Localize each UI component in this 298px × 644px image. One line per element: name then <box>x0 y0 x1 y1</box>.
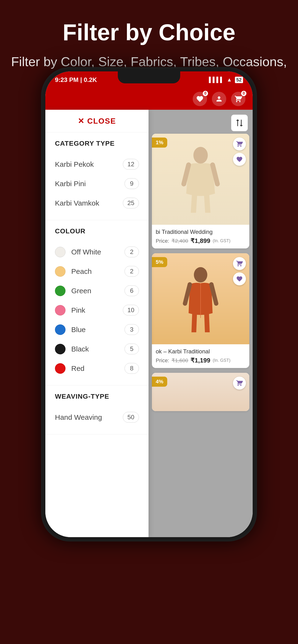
product-image-3: 4% <box>152 373 249 411</box>
pink-count: 10 <box>123 305 139 316</box>
product-name-1: bi Traditional Wedding <box>156 228 245 235</box>
cart-button[interactable]: 0 <box>231 92 245 106</box>
product-image-1: 1% <box>152 134 249 225</box>
add-to-cart-button-3[interactable] <box>233 376 246 390</box>
peach-dot <box>55 266 66 277</box>
blue-dot <box>55 324 66 335</box>
weaving-type-section: WEAVING-TYPE Hand Weaving 50 <box>45 386 148 434</box>
off-white-dot <box>55 247 66 257</box>
red-count: 8 <box>124 363 139 374</box>
off-white-item-left: Off White <box>55 247 101 257</box>
wishlist-button-2[interactable] <box>233 272 246 285</box>
sort-button[interactable] <box>231 114 248 131</box>
gst-label-1: (In. GST) <box>213 238 230 244</box>
product-info-2: ok – Karbi Traditional Price: ₹1,600 ₹1,… <box>152 344 249 368</box>
category-karbi-pekok: Karbi Pekok <box>55 160 94 168</box>
list-item[interactable]: Black 5 <box>55 339 139 359</box>
pink-label: Pink <box>71 306 85 314</box>
card-actions-3 <box>233 376 246 390</box>
add-to-cart-button-2[interactable] <box>233 257 246 270</box>
filter-panel: ✕ CLOSE CATEGORY TYPE Karbi Pekok 12 Kar… <box>45 110 148 537</box>
karbi-vamkok-count: 25 <box>123 198 139 208</box>
category-karbi-pini: Karbi Pini <box>55 180 86 188</box>
hand-weaving-count: 50 <box>123 412 139 422</box>
add-to-cart-button-1[interactable] <box>233 138 246 150</box>
black-label: Black <box>71 345 89 353</box>
product-price-1: Price: ₹2,400 ₹1,899 (In. GST) <box>156 237 245 244</box>
blue-item-left: Blue <box>55 324 86 335</box>
discount-badge-1: 1% <box>152 138 167 148</box>
blue-count: 3 <box>124 324 139 335</box>
close-x-icon: ✕ <box>78 116 85 126</box>
discounted-price-1: ₹1,899 <box>191 237 210 244</box>
heart-icon <box>236 156 243 163</box>
heart-icon <box>196 95 204 103</box>
category-type-title: CATEGORY TYPE <box>55 140 139 147</box>
original-price-1: ₹2,400 <box>172 238 188 244</box>
list-item[interactable]: Karbi Pekok 12 <box>55 154 139 174</box>
peach-count: 2 <box>124 266 139 277</box>
gst-label-2: (In. GST) <box>213 358 230 363</box>
status-indicators: ▌▌▌▌ ▲ 52 <box>209 77 243 83</box>
list-item[interactable]: Karbi Vamkok 25 <box>55 193 139 213</box>
notch <box>118 72 180 84</box>
profile-button[interactable] <box>212 92 226 106</box>
list-item[interactable]: Karbi Pini 9 <box>55 174 139 193</box>
black-count: 5 <box>124 344 139 354</box>
list-item[interactable]: Hand Weaving 50 <box>55 408 139 427</box>
main-content: ✕ CLOSE CATEGORY TYPE Karbi Pekok 12 Kar… <box>45 110 253 537</box>
karbi-pekok-count: 12 <box>123 159 139 170</box>
off-white-label: Off White <box>71 248 101 256</box>
red-item-left: Red <box>55 363 84 374</box>
wishlist-button[interactable]: 0 <box>193 92 207 106</box>
product-price-2: Price: ₹1,600 ₹1,199 (In. GST) <box>156 357 245 364</box>
signal-icon: ▌▌▌▌ <box>209 77 224 83</box>
discounted-price-2: ₹1,199 <box>191 357 210 364</box>
price-label-1: Price: <box>156 238 169 244</box>
colour-title: COLOUR <box>55 227 139 235</box>
page-title: Filter by Choice <box>0 19 298 46</box>
karbi-pini-count: 9 <box>124 178 139 189</box>
list-item[interactable]: Red 8 <box>55 359 139 378</box>
table-row[interactable]: 1% <box>152 134 249 248</box>
card-actions-1 <box>233 138 246 166</box>
list-item[interactable]: Off White 2 <box>55 242 139 262</box>
list-item[interactable]: Blue 3 <box>55 320 139 339</box>
heart-icon <box>236 276 243 282</box>
price-label-2: Price: <box>156 358 169 364</box>
black-dot <box>55 344 66 354</box>
red-label: Red <box>71 364 84 372</box>
card-actions-2 <box>233 257 246 285</box>
weaving-type-title: WEAVING-TYPE <box>55 393 139 400</box>
phone-frame: 9:23 PM | 0.2K ▌▌▌▌ ▲ 52 0 <box>41 67 257 542</box>
wishlist-button-1[interactable] <box>233 153 246 166</box>
pink-item-left: Pink <box>55 305 85 316</box>
list-item[interactable]: Pink 10 <box>55 300 139 320</box>
green-item-left: Green <box>55 286 91 296</box>
app-header: 0 0 <box>45 88 253 110</box>
original-price-2: ₹1,600 <box>172 358 188 364</box>
close-button[interactable]: ✕ CLOSE <box>45 110 148 132</box>
list-item[interactable]: Peach 2 <box>55 262 139 281</box>
green-dot <box>55 286 66 296</box>
red-dot <box>55 363 66 374</box>
status-time: 9:23 PM | 0.2K <box>55 76 97 84</box>
product-info-1: bi Traditional Wedding Price: ₹2,400 ₹1,… <box>152 225 249 248</box>
category-karbi-vamkok: Karbi Vamkok <box>55 199 99 207</box>
pink-dot <box>55 305 66 316</box>
list-item[interactable]: Green 6 <box>55 281 139 300</box>
cart-icon <box>236 380 243 386</box>
cart-icon <box>236 141 243 147</box>
colour-section: COLOUR Off White 2 Peach 2 <box>45 220 148 386</box>
hand-weaving-label: Hand Weaving <box>55 413 102 422</box>
product-image-2: 5% <box>152 253 249 344</box>
table-row[interactable]: 5% <box>152 253 249 368</box>
cart-icon <box>234 95 242 103</box>
svg-point-1 <box>194 267 207 282</box>
wifi-icon: ▲ <box>227 77 232 83</box>
profile-icon <box>215 95 223 103</box>
off-white-count: 2 <box>124 246 139 257</box>
sort-icon <box>235 118 244 127</box>
peach-label: Peach <box>71 268 92 276</box>
table-row[interactable]: 4% <box>152 373 249 411</box>
